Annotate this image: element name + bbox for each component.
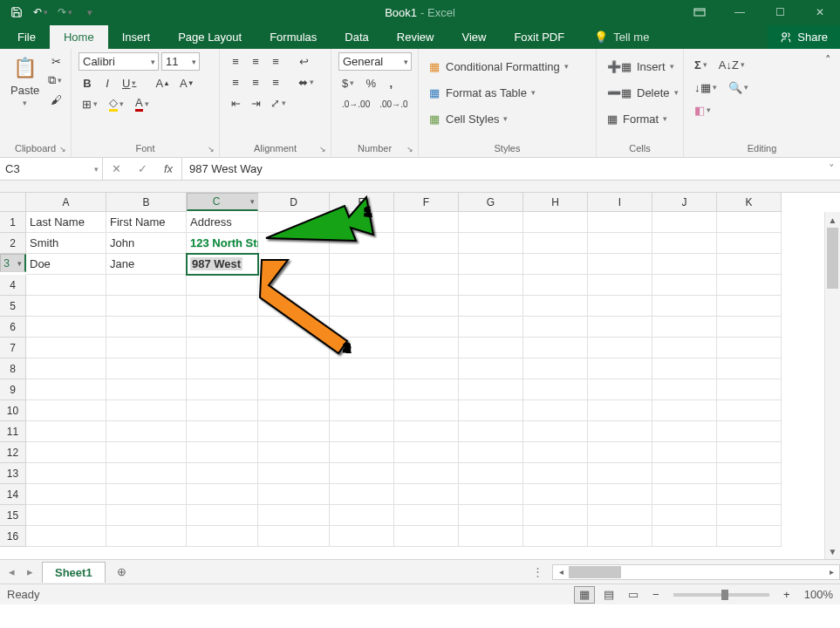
column-header-B[interactable]: B	[106, 193, 187, 212]
cell-H10[interactable]	[523, 400, 588, 421]
cell-B13[interactable]	[106, 463, 187, 484]
cell-J7[interactable]	[652, 338, 717, 358]
spreadsheet-grid[interactable]: ABCDEFGHIJK1Last NameFirst NameAddress2S…	[0, 193, 840, 559]
cell-K2[interactable]	[717, 233, 782, 254]
cell-D15[interactable]	[258, 505, 330, 526]
cell-E10[interactable]	[330, 400, 394, 421]
close-button[interactable]: ✕	[800, 0, 840, 24]
align-right-button[interactable]: ≡	[267, 73, 284, 91]
cell-E12[interactable]	[330, 442, 394, 463]
cell-C3[interactable]: 987 West	[187, 254, 258, 275]
cell-H8[interactable]	[523, 358, 588, 379]
cell-B5[interactable]	[106, 296, 187, 317]
cell-D9[interactable]	[258, 379, 330, 400]
row-header-15[interactable]: 15	[0, 505, 26, 526]
cell-I7[interactable]	[588, 338, 652, 358]
new-sheet-button[interactable]: ⊕	[111, 561, 133, 584]
cell-J10[interactable]	[652, 400, 717, 421]
scroll-right-button[interactable]: ▸	[823, 567, 839, 577]
italic-button[interactable]: I	[99, 74, 116, 92]
cell-J4[interactable]	[652, 275, 717, 296]
number-launcher[interactable]: ↘	[404, 143, 416, 155]
cell-H13[interactable]	[523, 463, 588, 484]
cell-D2[interactable]	[258, 233, 330, 254]
cell-A10[interactable]	[26, 400, 106, 421]
cell-D16[interactable]	[258, 526, 330, 547]
cell-E15[interactable]	[330, 505, 394, 526]
font-size-select[interactable]: 11	[161, 52, 200, 71]
cell-B16[interactable]	[106, 526, 187, 547]
cell-H12[interactable]	[523, 442, 588, 463]
align-bottom-button[interactable]: ≡	[267, 52, 284, 70]
cell-A11[interactable]	[26, 421, 106, 442]
cell-G2[interactable]	[459, 233, 523, 254]
cell-D5[interactable]	[258, 296, 330, 317]
cell-G16[interactable]	[459, 526, 523, 547]
column-header-C[interactable]: C	[187, 193, 258, 211]
cell-I2[interactable]	[588, 233, 652, 254]
cell-E9[interactable]	[330, 379, 394, 400]
cell-A2[interactable]: Smith	[26, 233, 106, 254]
vertical-scrollbar[interactable]: ▲ ▼	[824, 212, 840, 559]
cell-B8[interactable]	[106, 358, 187, 379]
cell-H5[interactable]	[523, 296, 588, 317]
decrease-font-button[interactable]: A▼	[176, 74, 198, 92]
paste-button[interactable]: 📋 Paste ▾	[7, 52, 43, 109]
cell-C11[interactable]	[187, 421, 258, 442]
cell-H7[interactable]	[523, 338, 588, 358]
delete-cells-button[interactable]: ➖▦ Delete▾	[604, 82, 684, 103]
cell-B3[interactable]: Jane	[106, 254, 187, 275]
tab-view[interactable]: View	[447, 25, 500, 49]
cell-C16[interactable]	[187, 526, 258, 547]
cell-H11[interactable]	[523, 421, 588, 442]
cell-B15[interactable]	[106, 505, 187, 526]
cell-A9[interactable]	[26, 379, 106, 400]
row-header-1[interactable]: 1	[0, 212, 26, 233]
cell-C2[interactable]: 123 North Street	[187, 233, 258, 254]
cell-A5[interactable]	[26, 296, 106, 317]
cell-A16[interactable]	[26, 526, 106, 547]
cell-D13[interactable]	[258, 463, 330, 484]
borders-button[interactable]: ⊞▾	[79, 95, 103, 113]
cell-J1[interactable]	[652, 212, 717, 233]
align-middle-button[interactable]: ≡	[247, 52, 264, 70]
cell-H6[interactable]	[523, 317, 588, 338]
row-header-14[interactable]: 14	[0, 484, 26, 505]
cell-A14[interactable]	[26, 484, 106, 505]
zoom-slider[interactable]	[673, 593, 769, 597]
clear-button[interactable]: ◧▾	[691, 101, 716, 119]
cell-D6[interactable]	[258, 317, 330, 338]
row-header-16[interactable]: 16	[0, 526, 26, 547]
cell-A15[interactable]	[26, 505, 106, 526]
cell-F7[interactable]	[394, 338, 459, 358]
merge-center-button[interactable]: ⬌▾	[295, 73, 319, 91]
cell-G5[interactable]	[459, 296, 523, 317]
scroll-left-button[interactable]: ◂	[553, 567, 569, 577]
cell-G1[interactable]	[459, 212, 523, 233]
row-header-4[interactable]: 4	[0, 275, 26, 296]
cell-E4[interactable]	[330, 275, 394, 296]
page-break-view-button[interactable]: ▭	[623, 586, 644, 604]
number-format-select[interactable]: General	[338, 52, 412, 71]
cell-I8[interactable]	[588, 358, 652, 379]
hscroll-thumb[interactable]	[569, 566, 621, 578]
copy-button[interactable]: ⧉▾	[44, 72, 67, 89]
cell-E7[interactable]	[330, 338, 394, 358]
row-header-10[interactable]: 10	[0, 400, 26, 421]
cell-E2[interactable]	[330, 233, 394, 254]
cell-F8[interactable]	[394, 358, 459, 379]
tab-page-layout[interactable]: Page Layout	[164, 25, 256, 49]
cell-F3[interactable]	[394, 254, 459, 275]
cell-F2[interactable]	[394, 233, 459, 254]
insert-cells-button[interactable]: ➕▦ Insert▾	[604, 56, 680, 77]
save-button[interactable]	[5, 3, 28, 22]
tab-data[interactable]: Data	[331, 25, 382, 49]
cell-D1[interactable]	[258, 212, 330, 233]
row-header-13[interactable]: 13	[0, 463, 26, 484]
vscroll-thumb[interactable]	[827, 228, 838, 289]
cell-C8[interactable]	[187, 358, 258, 379]
cell-H2[interactable]	[523, 233, 588, 254]
cell-G9[interactable]	[459, 379, 523, 400]
cell-D12[interactable]	[258, 442, 330, 463]
cell-F5[interactable]	[394, 296, 459, 317]
